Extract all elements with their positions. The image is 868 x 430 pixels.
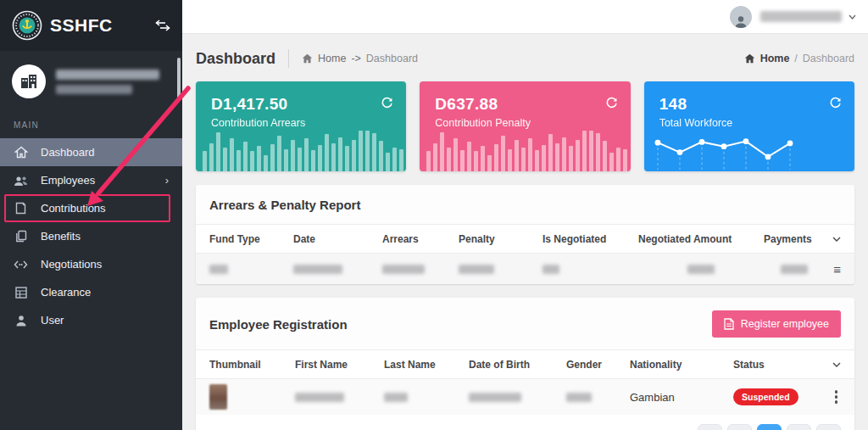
sidebar-toggle-icon[interactable] [155,20,170,31]
arrears-table-header: Fund Type Date Arrears Penalty Is Negoti… [196,225,854,254]
refresh-icon[interactable] [829,96,842,109]
page-head: Dashboard Home -> Dashboard Home / Dashb… [196,46,854,71]
pagination-first-button[interactable]: « [698,424,722,430]
column-header[interactable]: Is Negotiated [542,233,638,245]
redacted-cell [382,265,425,274]
topbar [182,0,868,34]
workforce-line-chart [653,126,797,170]
sidebar-header: SSHFC [0,0,182,51]
sshfc-logo-icon [12,10,42,41]
chevron-down-icon[interactable] [849,14,856,20]
arrears-penalty-panel: Arrears & Penalty Report Fund Type Date … [196,185,854,284]
refresh-icon[interactable] [381,96,393,109]
breadcrumb-current: Dashboard [803,53,854,64]
breadcrumb-home[interactable]: Home [318,53,346,64]
divider [288,49,289,68]
pagination: « ‹ 1 › » [698,424,841,430]
redacted-cell [781,265,808,274]
card-value: D637.88 [435,95,616,114]
breadcrumb-separator: / [794,53,797,64]
employee-table-header: Thumbnail First Name Last Name Date of B… [196,350,854,379]
sidebar-item-benefits[interactable]: Benefits [0,222,182,250]
table-icon [14,287,28,299]
column-header[interactable]: Date [293,233,382,245]
sidebar-item-user[interactable]: User [0,306,182,334]
breadcrumb: Home -> Dashboard [302,53,418,64]
chevron-down-icon[interactable] [832,237,841,242]
home-icon [302,53,313,64]
copy-icon [14,230,28,243]
column-header[interactable]: Nationality [630,359,733,371]
row-menu-icon[interactable]: ≡ [833,263,841,276]
building-icon [20,74,37,89]
users-icon [14,175,28,187]
column-header[interactable]: First Name [295,359,384,371]
sidebar-item-label: Employees [41,174,95,187]
breadcrumb-current: Dashboard [366,53,418,64]
column-header[interactable]: Payments [764,233,824,245]
company-avatar [12,64,46,98]
panel-header: Arrears & Penalty Report [196,185,854,225]
code-dots-icon [14,260,28,270]
pagination-page-1-button[interactable]: 1 [757,424,782,430]
breadcrumb-separator: -> [351,53,360,64]
page-title: Dashboard [196,50,275,68]
sidebar-item-contributions[interactable]: Contributions [0,194,182,222]
arrears-sparkline-chart [203,126,345,171]
brand-name: SSHFC [50,15,113,36]
panel-header: Employee Registration Register employee [196,298,854,350]
sidebar-item-label: Clearance [41,286,91,299]
column-header[interactable]: Gender [566,359,630,371]
sidebar-item-label: User [41,314,64,327]
company-name-redacted [56,70,159,94]
card-contribution-arrears: D1,417.50 Contribution Arrears [196,81,406,171]
row-actions-kebab-icon[interactable] [832,388,842,405]
clipboard-icon [14,202,28,215]
redacted-cell [209,265,228,274]
column-header[interactable]: Negotiated Amount [638,233,764,245]
sidebar-item-dashboard[interactable]: Dashboard [0,138,182,166]
home-icon [744,53,755,64]
user-icon [14,315,28,327]
table-row[interactable]: ≡ [196,254,854,284]
table-footer: Showing 1 to 1 of 1 entry « ‹ 1 › » [196,415,854,430]
card-contribution-penalty: D637.88 Contribution Penalty [420,81,630,171]
table-row[interactable]: Gambian Suspended [196,379,854,415]
register-employee-button[interactable]: Register employee [712,310,841,338]
breadcrumb-home[interactable]: Home [760,53,790,64]
sidebar-item-employees[interactable]: Employees › [0,166,182,194]
sidebar-item-label: Benefits [41,230,81,243]
pagination-prev-button[interactable]: ‹ [727,424,752,430]
chevron-down-icon[interactable] [832,362,841,367]
breadcrumb-right: Home / Dashboard [744,53,854,64]
sidebar-item-label: Contributions [41,202,106,215]
sidebar-item-negotiations[interactable]: Negotiations [0,250,182,278]
column-header[interactable]: Arrears [382,233,459,245]
user-avatar[interactable] [730,6,752,28]
chevron-right-icon: › [165,174,169,187]
content: Dashboard Home -> Dashboard Home / Dashb… [182,34,868,430]
card-value: D1,417.50 [211,95,392,114]
stat-cards-row: D1,417.50 Contribution Arrears D637.88 C… [196,81,854,171]
register-employee-label: Register employee [741,318,829,330]
sidebar-item-clearance[interactable]: Clearance [0,278,182,306]
sidebar: SSHFC MAIN Dashboard [0,0,182,430]
sidebar-profile[interactable] [0,51,182,109]
column-header[interactable]: Fund Type [209,233,293,245]
column-header[interactable]: Last Name [384,359,469,371]
sidebar-item-label: Negotiations [41,258,102,271]
penalty-sparkline-chart [426,126,569,171]
refresh-icon[interactable] [605,96,618,109]
sidebar-scrollbar[interactable] [177,58,181,98]
panel-title: Arrears & Penalty Report [209,198,360,212]
user-name-redacted [760,11,842,22]
status-badge: Suspended [733,388,798,405]
redacted-cell [295,393,344,402]
pagination-next-button[interactable]: › [787,424,811,430]
column-header[interactable]: Penalty [459,233,542,245]
column-header[interactable]: Date of Birth [469,359,566,371]
column-header[interactable]: Thumbnail [209,359,295,371]
column-header[interactable]: Status [733,359,821,371]
pagination-last-button[interactable]: » [816,424,841,430]
sidebar-section-label: MAIN [0,109,182,138]
